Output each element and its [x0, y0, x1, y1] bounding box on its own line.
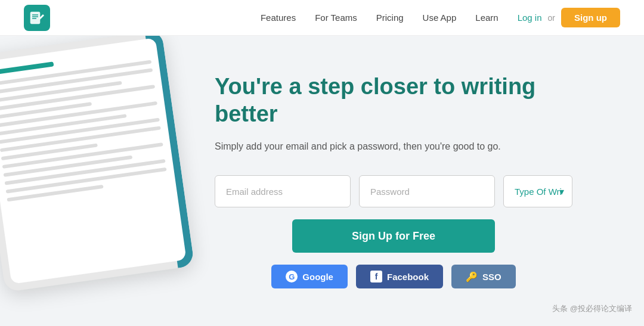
- logo-area: [24, 5, 50, 31]
- social-auth-row: G Google f Facebook 🔑 SSO: [215, 265, 572, 288]
- sso-auth-button[interactable]: 🔑 SSO: [451, 265, 516, 288]
- nav-use-app[interactable]: Use App: [423, 13, 457, 23]
- nav: Features For Teams Pricing Use App Learn: [261, 13, 499, 23]
- login-link[interactable]: Log in: [518, 13, 542, 23]
- sso-label: SSO: [482, 272, 501, 282]
- hero-title: You're a step closer to writing better: [215, 73, 572, 128]
- hero-content: You're a step closer to writing better S…: [203, 49, 608, 312]
- google-auth-button[interactable]: G Google: [271, 265, 348, 288]
- nav-features[interactable]: Features: [261, 13, 296, 23]
- facebook-icon: f: [370, 271, 382, 282]
- hero-section: You're a step closer to writing better S…: [0, 36, 644, 326]
- header: Features For Teams Pricing Use App Learn…: [0, 0, 644, 36]
- tablet-illustration: [0, 36, 197, 298]
- auth-area: Log in or Sign up: [518, 8, 620, 27]
- nav-for-teams[interactable]: For Teams: [315, 13, 357, 23]
- google-icon: G: [286, 271, 298, 282]
- facebook-auth-button[interactable]: f Facebook: [356, 265, 443, 288]
- sso-icon: 🔑: [466, 271, 478, 282]
- logo-icon[interactable]: [24, 5, 50, 31]
- svg-rect-0: [30, 12, 40, 24]
- nav-pricing[interactable]: Pricing: [376, 13, 404, 23]
- password-input[interactable]: [359, 175, 495, 207]
- writer-type-select[interactable]: Type Of Writer Student Academic Professi…: [503, 175, 572, 207]
- watermark: 头条 @投必得论文编译: [552, 303, 632, 314]
- main-signup-button[interactable]: Sign Up for Free: [292, 219, 495, 253]
- writer-type-wrapper: Type Of Writer Student Academic Professi…: [503, 175, 572, 207]
- header-signup-button[interactable]: Sign up: [561, 8, 620, 27]
- email-input[interactable]: [215, 175, 351, 207]
- facebook-label: Facebook: [387, 272, 429, 282]
- signup-form-row: Type Of Writer Student Academic Professi…: [215, 175, 572, 207]
- or-text: or: [548, 13, 555, 23]
- nav-learn[interactable]: Learn: [475, 13, 498, 23]
- hero-subtitle: Simply add your email and pick a passwor…: [215, 139, 572, 154]
- google-label: Google: [302, 272, 333, 282]
